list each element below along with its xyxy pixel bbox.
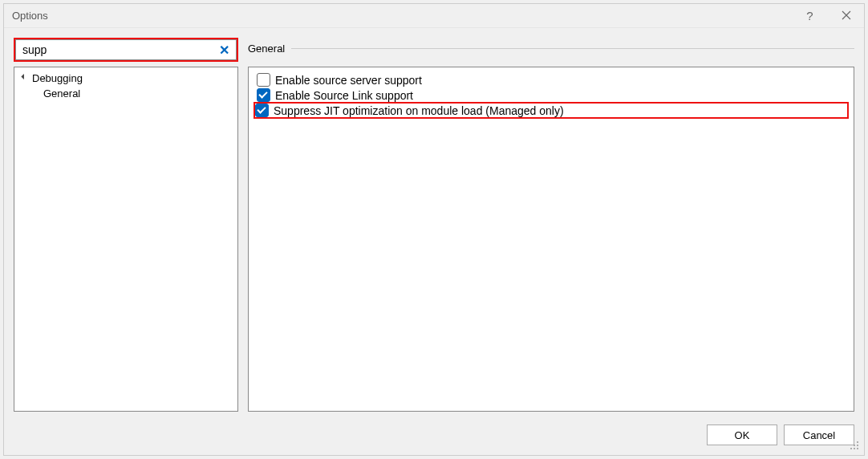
options-list: Enable source server support Enable Sour… — [248, 67, 854, 412]
search-input[interactable] — [19, 42, 216, 58]
nav-panel: ✕ Debugging General — [14, 38, 238, 412]
checkbox-label: Suppress JIT optimization on module load… — [274, 104, 564, 117]
tree-item-label: Debugging — [32, 72, 83, 84]
ok-button[interactable]: OK — [707, 424, 777, 445]
checkbox-enable-source-server[interactable]: Enable source server support — [255, 72, 847, 87]
tree-item-label: General — [43, 87, 80, 100]
svg-point-3 — [850, 448, 852, 449]
checkbox-label: Enable Source Link support — [275, 89, 413, 102]
clear-icon: ✕ — [219, 43, 229, 57]
checkbox-input[interactable] — [257, 73, 270, 87]
section-title: General — [248, 43, 285, 55]
resize-grip-icon[interactable] — [848, 439, 859, 450]
help-button[interactable]: ? — [792, 4, 828, 28]
tree-item-debugging[interactable]: Debugging — [19, 71, 233, 86]
svg-point-0 — [857, 441, 858, 443]
search-box: ✕ — [15, 39, 237, 60]
search-highlight-box: ✕ — [14, 38, 238, 62]
checkbox-enable-source-link[interactable]: Enable Source Link support — [255, 87, 847, 103]
svg-point-5 — [857, 448, 858, 449]
checkbox-input[interactable] — [257, 88, 270, 102]
dialog-footer: OK Cancel — [4, 412, 864, 455]
settings-panel: General Enable source server support Ena… — [248, 38, 854, 412]
svg-point-4 — [854, 448, 855, 449]
checkbox-input[interactable] — [255, 104, 269, 117]
clear-search-button[interactable]: ✕ — [216, 43, 233, 58]
checkbox-label: Enable source server support — [275, 74, 422, 87]
cancel-button[interactable]: Cancel — [784, 424, 854, 445]
options-dialog: Options ? ✕ Debugging — [3, 3, 865, 456]
close-icon — [842, 9, 851, 22]
nav-tree[interactable]: Debugging General — [14, 67, 238, 412]
svg-point-1 — [854, 445, 855, 446]
svg-point-2 — [857, 445, 858, 446]
tree-item-general[interactable]: General — [19, 86, 233, 101]
chevron-down-icon[interactable] — [21, 75, 29, 83]
titlebar: Options ? — [4, 4, 864, 28]
help-icon: ? — [806, 9, 813, 22]
close-button[interactable] — [828, 4, 864, 28]
checkbox-suppress-jit[interactable]: Suppress JIT optimization on module load… — [254, 102, 849, 119]
section-header: General — [248, 38, 854, 59]
section-divider — [291, 48, 854, 49]
window-title: Options — [12, 10, 792, 22]
content-area: ✕ Debugging General General — [4, 28, 864, 412]
